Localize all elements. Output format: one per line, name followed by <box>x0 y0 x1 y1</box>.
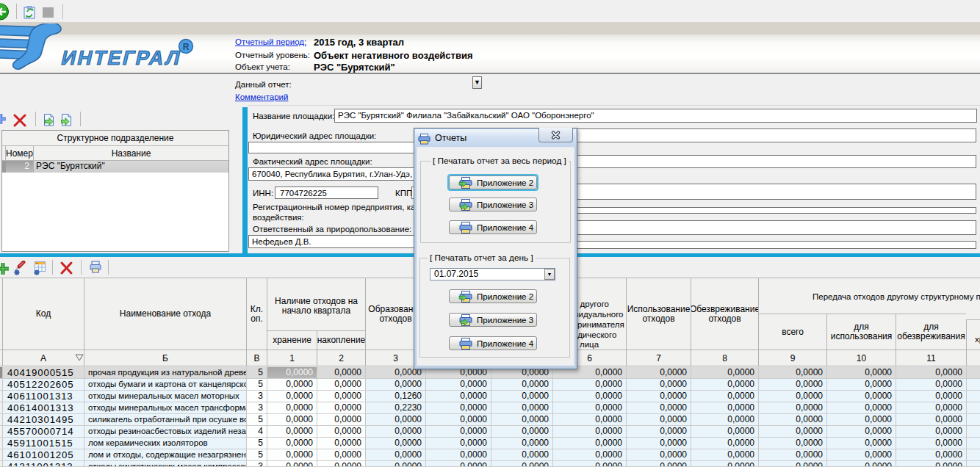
svg-text:ИНТЕГРАЛ: ИНТЕГРАЛ <box>60 46 184 69</box>
svg-text:R: R <box>183 42 190 52</box>
